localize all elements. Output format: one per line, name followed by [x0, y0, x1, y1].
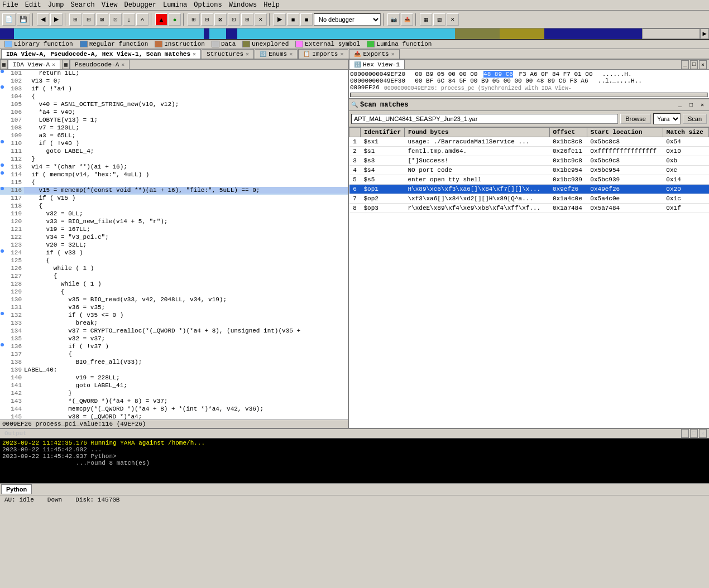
legend-bar: Library function Regular function Instru…	[0, 40, 709, 49]
sub-tab-pseudo-icon[interactable]: ▦	[62, 60, 70, 69]
sub-tab-pseudo-close[interactable]: ✕	[121, 61, 124, 68]
line-dot-113	[0, 163, 4, 167]
browse-button[interactable]: Browse	[620, 114, 651, 124]
yara-type-dropdown[interactable]: Yara	[653, 113, 681, 124]
menu-search[interactable]: Search	[70, 1, 94, 9]
tb-debug3[interactable]: ⊠	[214, 13, 227, 26]
table-row[interactable]: 3$s3[*]Success!0x1bc9c80x5bc9c80xb	[349, 156, 709, 166]
legend-data: Data	[212, 41, 236, 47]
tb-type-btn[interactable]: A	[136, 13, 148, 26]
tb-export-btn[interactable]: 📤	[401, 13, 413, 26]
hex-close-icon[interactable]: ✕	[699, 60, 707, 69]
status-disk: Disk: 1457GB	[75, 497, 119, 503]
scan-close-btn[interactable]: ✕	[698, 100, 707, 109]
tb-debug5[interactable]: ⊞	[241, 13, 253, 26]
nav-arrow[interactable]: ▶	[700, 28, 709, 39]
table-row[interactable]: 2$s1fcntl.tmp.amd64.0x26fc110xffffffffff…	[349, 147, 709, 156]
scan-controls: Browse Yara Scan	[349, 111, 709, 127]
menu-edit[interactable]: Edit	[25, 1, 41, 9]
table-row[interactable]: 8$op3r\xdeE\x89\xf4\xe9\xb8\xf4\xff\xf..…	[349, 204, 709, 213]
main-tab-enums[interactable]: 🔢 Enums ✕	[255, 49, 298, 59]
menu-file[interactable]: File	[2, 1, 18, 9]
line-number-114: 114	[4, 171, 24, 178]
tb-forward-btn[interactable]: ▶	[50, 13, 63, 26]
menu-help[interactable]: Help	[264, 1, 280, 9]
sub-tab-ida-view[interactable]: IDA View-A ✕	[8, 60, 60, 69]
hex-tab[interactable]: 🔢 Hex View-1	[349, 60, 405, 69]
main-tab-structures[interactable]: Structures ✕	[202, 49, 254, 59]
main-tab-imports-close[interactable]: ✕	[340, 51, 343, 57]
table-row[interactable]: 6$op1H\x89\xc6\xf3\xa6[]\x84\xf7[][]\x..…	[349, 185, 709, 194]
table-row[interactable]: 1$sx1usage: ./BarracudaMailService ...0x…	[349, 137, 709, 147]
col-header-size: Match size	[663, 128, 708, 137]
cell-size-6: 0x20	[663, 185, 708, 194]
tb-debug1[interactable]: ⊞	[188, 13, 200, 26]
output-minimize-icon[interactable]: _	[681, 429, 689, 438]
hex-restore-icon[interactable]: □	[690, 60, 698, 69]
line-dot-101	[0, 70, 4, 73]
sub-tab-pseudo[interactable]: Pseudocode-A ✕	[70, 60, 130, 69]
main-tab-structures-close[interactable]: ✕	[246, 51, 249, 57]
tb-down-btn[interactable]: ↓	[123, 13, 135, 26]
table-row[interactable]: 5$s5enter open tty shell0x1bc9390x5bc939…	[349, 175, 709, 185]
hex-minimize-icon[interactable]: _	[681, 60, 689, 69]
scan-yara-input[interactable]	[351, 114, 618, 124]
right-panel: 🔢 Hex View-1 _ □ ✕ 00000000049EF20 00 B9…	[349, 60, 709, 428]
menu-windows[interactable]: Windows	[229, 1, 257, 9]
tb-debug4[interactable]: ⊡	[228, 13, 240, 26]
menu-lumina[interactable]: Lumina	[163, 1, 187, 9]
hex-scroll-h[interactable]	[350, 93, 708, 97]
python-tab-btn[interactable]: Python	[1, 484, 32, 494]
table-row[interactable]: 4$s4NO port code0x1bc9540x5bc9540xc	[349, 166, 709, 175]
tb-btn3[interactable]: ⊞	[69, 13, 82, 26]
tb-debug2[interactable]: ⊟	[201, 13, 213, 26]
table-row[interactable]: 7$op2\xf3\xa6[]\x84\xd2[][]H\x89[Q^a...0…	[349, 194, 709, 204]
tb-debug6[interactable]: ✕	[255, 13, 267, 26]
legend-unexplored: Unexplored	[242, 41, 289, 47]
line-dot-124	[0, 249, 4, 253]
tb-bookmark-btn[interactable]: ▲	[155, 13, 167, 26]
menu-debugger[interactable]: Debugger	[124, 1, 156, 9]
breakpoint-dot-132	[1, 312, 4, 315]
menu-view[interactable]: View	[102, 1, 118, 9]
tb-stop2-btn[interactable]: ■	[300, 13, 313, 26]
output-close-icon[interactable]: ✕	[699, 429, 707, 438]
tb-btn4[interactable]: ⊟	[83, 13, 95, 26]
main-tab-ida-close[interactable]: ✕	[193, 51, 196, 57]
scan-button[interactable]: Scan	[683, 114, 707, 124]
main-tab-enums-close[interactable]: ✕	[289, 51, 293, 57]
output-restore-icon[interactable]: □	[690, 429, 698, 438]
line-number-144: 144	[4, 406, 24, 412]
tb-play-btn[interactable]: ▶	[274, 13, 286, 26]
tb-back-btn[interactable]: ◀	[37, 13, 49, 26]
tb-new-btn[interactable]: 📄	[2, 13, 16, 26]
main-tab-ida[interactable]: IDA View-A, Pseudocode-A, Hex View-1, Sc…	[1, 49, 201, 59]
line-number-141: 141	[4, 382, 24, 389]
sub-tab-ida-close[interactable]: ✕	[52, 61, 55, 68]
tb-snap-btn[interactable]: 📷	[387, 13, 400, 26]
tb-graph2[interactable]: ▧	[433, 13, 445, 26]
tb-graph1[interactable]: ▦	[420, 13, 432, 26]
tb-graph3[interactable]: ✕	[447, 13, 459, 26]
cell-found-2: fcntl.tmp.amd64.	[405, 147, 549, 156]
tb-circle-btn[interactable]: ●	[169, 13, 181, 26]
tb-btn6[interactable]: ⊡	[109, 13, 122, 26]
scan-restore-btn[interactable]: □	[687, 100, 696, 109]
menu-jump[interactable]: Jump	[48, 1, 64, 9]
line-dot-110	[0, 140, 4, 143]
line-code-104: {	[24, 93, 348, 100]
line-code-117: if ( v15 )	[24, 195, 348, 201]
legend-lumina-color	[367, 41, 375, 47]
debugger-dropdown[interactable]: No debugger	[314, 13, 381, 26]
main-tab-exports[interactable]: 📤 Exports ✕	[349, 49, 399, 59]
code-content[interactable]: 101 return 1LL;102 v13 = 0;103 if ( !*a4…	[0, 70, 348, 420]
tb-stop1-btn[interactable]: ■	[287, 13, 299, 26]
sub-tab-icon[interactable]: ▦	[0, 60, 8, 69]
hex-line-1: 00000000049EF20 00 B9 05 00 00 00 48 89 …	[350, 71, 708, 78]
main-tab-exports-close[interactable]: ✕	[391, 51, 395, 57]
menu-options[interactable]: Options	[194, 1, 222, 9]
tb-btn5[interactable]: ⊠	[96, 13, 108, 26]
main-tab-imports[interactable]: 📋 Imports ✕	[298, 49, 348, 59]
scan-minimize-btn[interactable]: _	[676, 100, 684, 109]
tb-save-btn[interactable]: 💾	[17, 13, 30, 26]
